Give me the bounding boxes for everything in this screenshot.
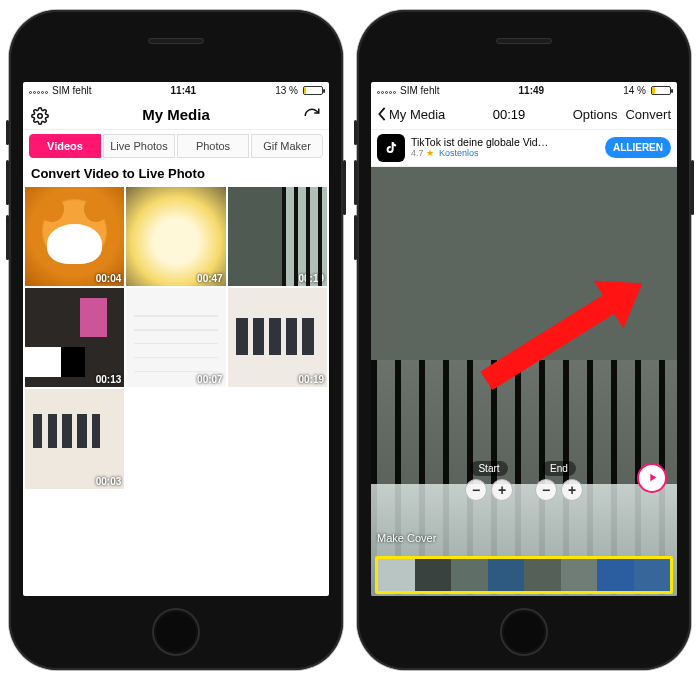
navbar: My Media	[23, 100, 329, 130]
options-button[interactable]: Options	[573, 107, 618, 122]
timeline-frame	[634, 559, 671, 591]
section-title: Convert Video to Live Photo	[23, 162, 329, 187]
battery-icon	[303, 86, 323, 95]
side-button	[343, 160, 346, 215]
duration-label: 00:03	[96, 476, 122, 487]
signal-dots-icon	[377, 85, 397, 96]
duration-label: 00:19	[298, 273, 324, 284]
timeline-frame	[451, 559, 488, 591]
screen-right: SIM fehlt 11:49 14 % My Media 00:19 Opti…	[371, 82, 677, 596]
timeline-frame	[488, 559, 525, 591]
duration-label: 00:07	[197, 374, 223, 385]
video-thumb[interactable]: 00:03	[25, 389, 124, 488]
back-button[interactable]: My Media	[377, 107, 445, 122]
screen-left: SIM fehlt 11:41 13 % My Media Videos Liv…	[23, 82, 329, 596]
signal-dots-icon	[29, 85, 49, 96]
duration-label: 00:13	[96, 374, 122, 385]
settings-button[interactable]	[29, 105, 51, 131]
mute-switch	[6, 120, 9, 145]
volume-up	[6, 160, 9, 205]
page-title: My Media	[142, 106, 210, 123]
video-preview[interactable]: Start − + End − + Make Cover	[371, 167, 677, 596]
duration-label: 00:19	[493, 107, 526, 122]
tab-videos[interactable]: Videos	[29, 134, 101, 158]
timeline-frame	[524, 559, 561, 591]
trim-start-label: Start	[470, 461, 507, 476]
phone-right: SIM fehlt 11:49 14 % My Media 00:19 Opti…	[357, 10, 691, 670]
duration-label: 00:04	[96, 273, 122, 284]
status-bar: SIM fehlt 11:41 13 %	[23, 82, 329, 100]
trim-start-group: Start − +	[465, 461, 513, 501]
tab-live-photos[interactable]: Live Photos	[103, 134, 175, 158]
timeline-frame	[378, 559, 415, 591]
side-button	[691, 160, 694, 215]
timeline-frame	[415, 559, 452, 591]
make-cover-button[interactable]: Make Cover	[377, 532, 436, 544]
status-bar: SIM fehlt 11:49 14 %	[371, 82, 677, 100]
tiktok-logo-icon	[377, 134, 405, 162]
tab-gif-maker[interactable]: Gif Maker	[251, 134, 323, 158]
star-icon: ★	[426, 148, 434, 158]
trim-end-group: End − +	[535, 461, 583, 501]
video-thumb[interactable]: 00:19	[228, 187, 327, 286]
ad-title: TikTok ist deine globale Vid…	[411, 136, 599, 149]
trim-controls: Start − + End − +	[371, 461, 677, 501]
mute-switch	[354, 120, 357, 145]
media-type-tabs: Videos Live Photos Photos Gif Maker	[29, 134, 323, 158]
volume-down	[354, 215, 357, 260]
volume-up	[354, 160, 357, 205]
trim-end-label: End	[542, 461, 576, 476]
trim-end-minus-button[interactable]: −	[535, 479, 557, 501]
battery-pct: 13 %	[275, 85, 298, 96]
video-thumb[interactable]: 00:19	[228, 288, 327, 387]
carrier-label: SIM fehlt	[400, 85, 439, 96]
speaker-grille	[148, 38, 204, 44]
tab-photos[interactable]: Photos	[177, 134, 249, 158]
back-label: My Media	[389, 107, 445, 122]
duration-label: 00:19	[298, 374, 324, 385]
chevron-left-icon	[377, 107, 387, 121]
timeline-frame	[561, 559, 598, 591]
trim-start-minus-button[interactable]: −	[465, 479, 487, 501]
timeline-scrubber[interactable]	[375, 556, 673, 594]
ad-banner[interactable]: TikTok ist deine globale Vid… 4.7 ★ Kost…	[371, 130, 677, 167]
clock: 11:49	[519, 85, 545, 96]
trim-end-plus-button[interactable]: +	[561, 479, 583, 501]
trim-start-plus-button[interactable]: +	[491, 479, 513, 501]
battery-pct: 14 %	[623, 85, 646, 96]
speaker-grille	[496, 38, 552, 44]
play-button[interactable]	[637, 463, 667, 493]
ad-rating: 4.7	[411, 148, 424, 158]
refresh-button[interactable]	[301, 105, 323, 131]
ad-install-button[interactable]: ALLIEREN	[605, 137, 671, 158]
carrier-label: SIM fehlt	[52, 85, 91, 96]
convert-button[interactable]: Convert	[625, 107, 671, 122]
video-thumb[interactable]: 00:47	[126, 187, 225, 286]
video-thumb[interactable]: 00:07	[126, 288, 225, 387]
phone-left: SIM fehlt 11:41 13 % My Media Videos Liv…	[9, 10, 343, 670]
battery-icon	[651, 86, 671, 95]
svg-point-0	[38, 113, 43, 118]
duration-label: 00:47	[197, 273, 223, 284]
video-thumb[interactable]: 00:04	[25, 187, 124, 286]
gear-icon	[31, 107, 49, 125]
clock: 11:41	[171, 85, 197, 96]
refresh-icon	[303, 107, 321, 125]
timeline-frame	[597, 559, 634, 591]
play-icon	[646, 471, 659, 484]
home-button[interactable]	[152, 608, 200, 656]
navbar: My Media 00:19 Options Convert	[371, 100, 677, 130]
ad-price: Kostenlos	[439, 148, 479, 158]
home-button[interactable]	[500, 608, 548, 656]
video-grid: 00:04 00:47 00:19 00:13 00:07 00:19 00:0…	[23, 187, 329, 489]
video-thumb[interactable]: 00:13	[25, 288, 124, 387]
volume-down	[6, 215, 9, 260]
